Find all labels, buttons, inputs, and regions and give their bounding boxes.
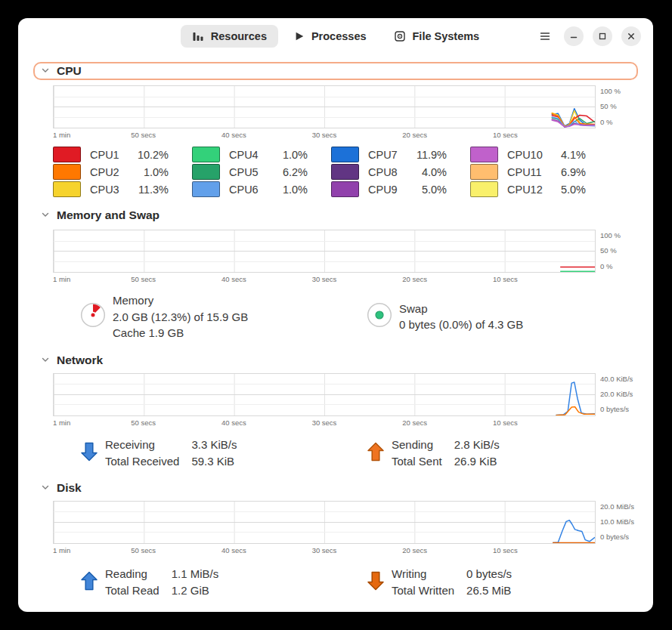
- time-tick-label: 30 secs: [312, 275, 337, 283]
- tab-resources-label: Resources: [211, 30, 267, 42]
- sending-label: Sending: [392, 437, 442, 453]
- cpu-name: CPU5: [229, 166, 265, 178]
- cpu-time-axis: 1 min50 secs40 secs30 secs20 secs10 secs: [53, 128, 596, 141]
- network-section: Network 1 min50 secs40 secs30 secs20 sec…: [33, 351, 638, 470]
- cpu-legend-item: CPU104.1%: [470, 147, 596, 162]
- value-tick-label: 50 %: [600, 247, 638, 255]
- cpu-name: CPU9: [368, 184, 404, 196]
- memory-swap-section-title: Memory and Swap: [57, 208, 159, 222]
- receiving-rate: 3.3 KiB/s: [191, 437, 237, 453]
- time-tick-label: 40 secs: [221, 275, 246, 283]
- network-time-axis: 1 min50 secs40 secs30 secs20 secs10 secs: [53, 416, 596, 429]
- tab-processes[interactable]: Processes: [283, 25, 378, 48]
- cpu-section: CPU 1 min50 secs40 secs30 secs20 secs10 …: [33, 62, 638, 198]
- cpu-color-swatch: [470, 147, 498, 162]
- value-tick-label: 20.0 MiB/s: [600, 503, 638, 511]
- memory-swap-section-header[interactable]: Memory and Swap: [33, 206, 638, 224]
- cpu-name: CPU10: [507, 149, 543, 161]
- time-tick-label: 50 secs: [131, 131, 156, 139]
- time-tick-label: 40 secs: [221, 131, 246, 139]
- value-tick-label: 50 %: [600, 103, 638, 110]
- memory-time-axis: 1 min50 secs40 secs30 secs20 secs10 secs: [53, 273, 596, 286]
- cpu-usage-value: 5.0%: [553, 184, 586, 196]
- cpu-history-chart: [53, 85, 596, 128]
- time-tick-label: 1 min: [53, 131, 70, 139]
- network-receiving-info: Receiving 3.3 KiB/s Total Received 59.3 …: [53, 437, 324, 470]
- total-received-value: 59.3 KiB: [191, 453, 237, 470]
- close-icon[interactable]: [621, 26, 641, 46]
- window-controls: [535, 18, 641, 54]
- total-read-value: 1.2 GiB: [172, 582, 219, 599]
- cpu-color-swatch: [331, 147, 359, 162]
- headerbar: Resources Processes File Systems: [18, 18, 653, 54]
- disk-section-title: Disk: [57, 481, 82, 495]
- tab-file-systems[interactable]: File Systems: [382, 25, 491, 48]
- total-sent-label: Total Sent: [392, 453, 442, 470]
- cpu-name: CPU4: [229, 149, 265, 161]
- receiving-label: Receiving: [105, 437, 179, 453]
- swap-info: Swap 0 bytes (0.0%) of 4.3 GB: [324, 292, 596, 341]
- time-tick-label: 20 secs: [402, 418, 427, 427]
- maximize-icon[interactable]: [593, 26, 612, 46]
- cpu-color-swatch: [470, 164, 498, 180]
- cpu-color-swatch: [53, 147, 81, 162]
- time-tick-label: 10 secs: [493, 418, 518, 427]
- time-tick-label: 1 min: [53, 275, 70, 283]
- cpu-legend: CPU110.2%CPU21.0%CPU311.3%CPU41.0%CPU56.…: [53, 146, 596, 198]
- disk-section-header[interactable]: Disk: [33, 479, 638, 497]
- value-tick-label: 20.0 KiB/s: [600, 391, 638, 398]
- cpu-name: CPU8: [368, 166, 404, 178]
- disk-writing-info: Writing 0 bytes/s Total Written 26.5 MiB: [324, 566, 596, 599]
- cpu-legend-item: CPU41.0%: [192, 147, 317, 162]
- cpu-name: CPU2: [90, 166, 126, 178]
- tab-resources[interactable]: Resources: [181, 25, 278, 48]
- cpu-value-axis: 100 %50 %0 %: [596, 85, 638, 128]
- memory-label: Memory: [113, 292, 248, 309]
- value-tick-label: 40.0 KiB/s: [600, 375, 638, 383]
- cpu-name: CPU12: [507, 184, 543, 196]
- cpu-legend-item: CPU125.0%: [470, 181, 596, 197]
- total-read-label: Total Read: [105, 582, 159, 599]
- disk-history-chart: [53, 501, 596, 544]
- cpu-section-header[interactable]: CPU: [33, 62, 638, 80]
- cpu-legend-item: CPU110.2%: [53, 147, 178, 162]
- value-tick-label: 100 %: [600, 232, 638, 239]
- memory-info: Memory 2.0 GB (12.3%) of 15.9 GB Cache 1…: [53, 292, 324, 341]
- reading-label: Reading: [105, 566, 159, 582]
- sending-rate: 2.8 KiB/s: [454, 437, 500, 453]
- view-switcher: Resources Processes File Systems: [181, 25, 491, 48]
- value-tick-label: 0 %: [600, 119, 638, 126]
- menu-icon[interactable]: [535, 26, 555, 46]
- cpu-usage-value: 4.0%: [413, 166, 447, 178]
- network-section-title: Network: [57, 354, 103, 367]
- cpu-name: CPU6: [229, 184, 265, 196]
- arrow-down-blue-icon: [80, 442, 98, 465]
- memory-pie-icon: [80, 302, 106, 331]
- disk-icon: [394, 30, 406, 42]
- memory-usage: 2.0 GB (12.3%) of 15.9 GB: [113, 309, 248, 326]
- minimize-icon[interactable]: [564, 26, 584, 46]
- time-tick-label: 30 secs: [312, 418, 337, 427]
- cpu-legend-item: CPU21.0%: [53, 164, 178, 180]
- total-received-label: Total Received: [105, 453, 179, 470]
- cpu-legend-item: CPU84.0%: [331, 164, 457, 180]
- cpu-name: CPU7: [368, 149, 404, 161]
- cpu-legend-item: CPU711.9%: [331, 147, 457, 162]
- bar-chart-icon: [192, 30, 204, 42]
- time-tick-label: 20 secs: [402, 275, 427, 283]
- time-tick-label: 20 secs: [402, 546, 427, 554]
- time-tick-label: 50 secs: [131, 275, 156, 283]
- cpu-legend-item: CPU95.0%: [331, 181, 457, 197]
- writing-rate: 0 bytes/s: [466, 566, 512, 582]
- disk-value-axis: 20.0 MiB/s10.0 MiB/s0 bytes/s: [596, 501, 638, 544]
- cpu-color-swatch: [53, 181, 81, 197]
- cpu-legend-item: CPU311.3%: [53, 181, 178, 197]
- disk-section: Disk 1 min50 secs40 secs30 secs20 secs10…: [33, 479, 638, 599]
- network-section-header[interactable]: Network: [33, 351, 638, 369]
- arrow-up-orange-icon: [367, 442, 385, 465]
- cpu-name: CPU1: [90, 149, 126, 161]
- chevron-down-icon: [41, 208, 50, 222]
- cpu-usage-value: 4.1%: [553, 149, 586, 161]
- tab-file-systems-label: File Systems: [413, 30, 480, 42]
- writing-label: Writing: [392, 566, 454, 582]
